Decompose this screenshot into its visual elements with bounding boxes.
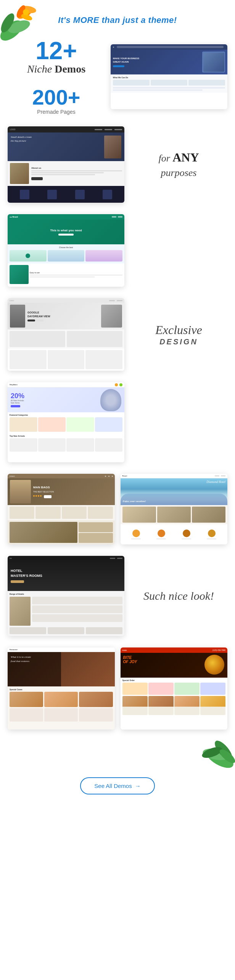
exclusive-label: Exclusive Design bbox=[130, 323, 227, 346]
stats-block: 12+ Niche Demos 200+ Premade Pages bbox=[8, 39, 105, 115]
photography-demo-preview: LOGO Small details createthe big picture bbox=[8, 126, 124, 203]
food-delivery-demo-preview: FOOD (123) 456-7890 BITEOF JOY Special O… bbox=[121, 647, 228, 730]
page-wrapper: It's MORE than just a theme! 12+ Niche D… bbox=[0, 0, 235, 814]
app-demo-row: ●● Brand This is what you need Choose th… bbox=[0, 208, 235, 292]
plant-decoration-bottomright bbox=[189, 724, 235, 773]
for-any-label: for ANY purposes bbox=[130, 149, 227, 180]
shop-demo-preview: ShopName 20% All New ArrivalsSale Items bbox=[8, 382, 124, 462]
such-nice-look-label: Such nice look! bbox=[130, 589, 227, 602]
cta-button-label: See All Demos bbox=[94, 783, 132, 789]
cta-arrow-icon: → bbox=[135, 783, 141, 789]
header-section: It's MORE than just a theme! bbox=[0, 0, 235, 33]
pages-label: Premade Pages bbox=[8, 109, 105, 115]
business-demo-preview: MAKE YOUR BUSINESSGREAT AGAIN What We Ca… bbox=[111, 44, 227, 109]
page-title: It's MORE than just a theme! bbox=[8, 15, 227, 25]
see-all-demos-button[interactable]: See All Demos → bbox=[80, 777, 155, 794]
niche-label: Niche Demos bbox=[8, 63, 105, 75]
vacation-demo-preview: Resort Enjoy your vacation! Diamond Hote… bbox=[121, 474, 228, 544]
photo-any-row: LOGO Small details createthe big picture bbox=[0, 121, 235, 208]
restaurant-food-row: Restaurant What it is to createfood that… bbox=[0, 642, 235, 735]
stats-demo-row: 12+ Niche Demos 200+ Premade Pages MAKE … bbox=[0, 33, 235, 121]
plant-bottomright-container bbox=[0, 735, 235, 766]
restaurant-demo-preview: Restaurant What it is to createfood that… bbox=[8, 647, 115, 730]
hotel-rooms-such-row: HH HOTELMASTER'S ROOMS Range of Hotels bbox=[0, 550, 235, 642]
app-demo-preview: ●● Brand This is what you need Choose th… bbox=[8, 214, 124, 287]
gadget-demo-preview: LOGO GOOGLEDAYDREAM VIEW bbox=[8, 298, 124, 371]
hotel-rooms-demo-preview: HH HOTELMASTER'S ROOMS Range of Hotels bbox=[8, 556, 124, 636]
pages-count: 200+ bbox=[8, 87, 105, 108]
bags-vacation-row: BRAND MAN BAGSTHE BEST SELECTION bbox=[0, 468, 235, 550]
shop-row: ShopName 20% All New ArrivalsSale Items bbox=[0, 376, 235, 468]
bags-demo-preview: BRAND MAN BAGSTHE BEST SELECTION bbox=[8, 474, 115, 544]
gadget-exclusive-row: LOGO GOOGLEDAYDREAM VIEW bbox=[0, 292, 235, 376]
